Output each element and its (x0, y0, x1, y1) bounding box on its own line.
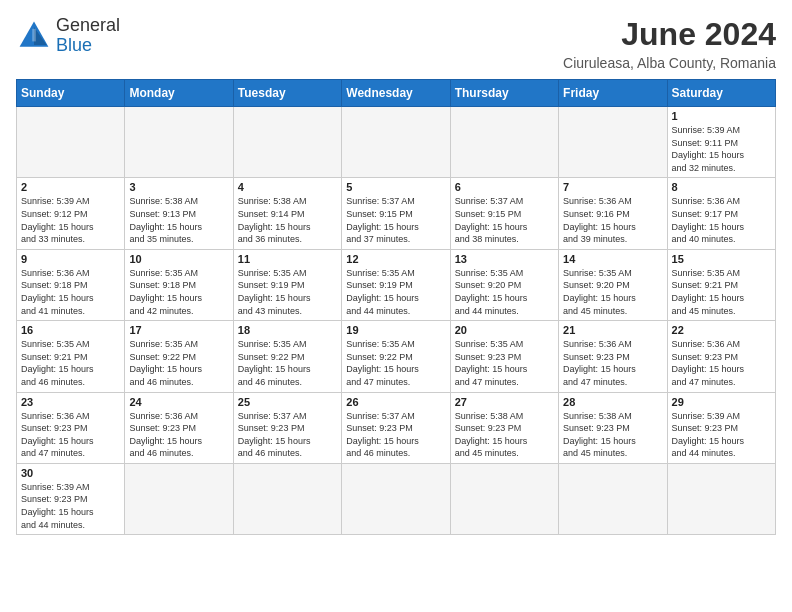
cell-sun-info: Sunrise: 5:35 AM Sunset: 9:19 PM Dayligh… (346, 267, 445, 317)
calendar-body: 1Sunrise: 5:39 AM Sunset: 9:11 PM Daylig… (17, 107, 776, 535)
day-header-monday: Monday (125, 80, 233, 107)
cell-day-number: 21 (563, 324, 662, 336)
cell-sun-info: Sunrise: 5:36 AM Sunset: 9:23 PM Dayligh… (672, 338, 771, 388)
cell-sun-info: Sunrise: 5:39 AM Sunset: 9:12 PM Dayligh… (21, 195, 120, 245)
calendar-title: June 2024 (563, 16, 776, 53)
calendar-subtitle: Ciuruleasa, Alba County, Romania (563, 55, 776, 71)
cell-sun-info: Sunrise: 5:36 AM Sunset: 9:18 PM Dayligh… (21, 267, 120, 317)
calendar-cell: 4Sunrise: 5:38 AM Sunset: 9:14 PM Daylig… (233, 178, 341, 249)
cell-sun-info: Sunrise: 5:36 AM Sunset: 9:16 PM Dayligh… (563, 195, 662, 245)
calendar-cell: 13Sunrise: 5:35 AM Sunset: 9:20 PM Dayli… (450, 249, 558, 320)
day-header-wednesday: Wednesday (342, 80, 450, 107)
calendar-cell: 16Sunrise: 5:35 AM Sunset: 9:21 PM Dayli… (17, 321, 125, 392)
calendar-week-1: 1Sunrise: 5:39 AM Sunset: 9:11 PM Daylig… (17, 107, 776, 178)
calendar-cell (125, 107, 233, 178)
calendar-week-5: 23Sunrise: 5:36 AM Sunset: 9:23 PM Dayli… (17, 392, 776, 463)
calendar-week-3: 9Sunrise: 5:36 AM Sunset: 9:18 PM Daylig… (17, 249, 776, 320)
calendar-cell: 10Sunrise: 5:35 AM Sunset: 9:18 PM Dayli… (125, 249, 233, 320)
day-header-saturday: Saturday (667, 80, 775, 107)
cell-sun-info: Sunrise: 5:35 AM Sunset: 9:20 PM Dayligh… (563, 267, 662, 317)
cell-sun-info: Sunrise: 5:36 AM Sunset: 9:23 PM Dayligh… (21, 410, 120, 460)
header: General Blue June 2024 Ciuruleasa, Alba … (16, 16, 776, 71)
calendar-cell (559, 463, 667, 534)
calendar-cell: 20Sunrise: 5:35 AM Sunset: 9:23 PM Dayli… (450, 321, 558, 392)
calendar-cell: 1Sunrise: 5:39 AM Sunset: 9:11 PM Daylig… (667, 107, 775, 178)
calendar-week-2: 2Sunrise: 5:39 AM Sunset: 9:12 PM Daylig… (17, 178, 776, 249)
cell-day-number: 12 (346, 253, 445, 265)
cell-sun-info: Sunrise: 5:35 AM Sunset: 9:21 PM Dayligh… (21, 338, 120, 388)
day-header-sunday: Sunday (17, 80, 125, 107)
cell-day-number: 30 (21, 467, 120, 479)
logo-general: General (56, 16, 120, 36)
cell-day-number: 25 (238, 396, 337, 408)
day-header-friday: Friday (559, 80, 667, 107)
cell-day-number: 17 (129, 324, 228, 336)
calendar-cell: 2Sunrise: 5:39 AM Sunset: 9:12 PM Daylig… (17, 178, 125, 249)
cell-day-number: 8 (672, 181, 771, 193)
cell-sun-info: Sunrise: 5:38 AM Sunset: 9:13 PM Dayligh… (129, 195, 228, 245)
calendar-cell: 5Sunrise: 5:37 AM Sunset: 9:15 PM Daylig… (342, 178, 450, 249)
calendar-cell (125, 463, 233, 534)
cell-day-number: 9 (21, 253, 120, 265)
cell-sun-info: Sunrise: 5:35 AM Sunset: 9:22 PM Dayligh… (238, 338, 337, 388)
cell-day-number: 6 (455, 181, 554, 193)
calendar-cell: 25Sunrise: 5:37 AM Sunset: 9:23 PM Dayli… (233, 392, 341, 463)
cell-day-number: 7 (563, 181, 662, 193)
cell-sun-info: Sunrise: 5:37 AM Sunset: 9:15 PM Dayligh… (346, 195, 445, 245)
day-header-thursday: Thursday (450, 80, 558, 107)
cell-sun-info: Sunrise: 5:36 AM Sunset: 9:23 PM Dayligh… (563, 338, 662, 388)
logo-blue: Blue (56, 36, 120, 56)
cell-sun-info: Sunrise: 5:37 AM Sunset: 9:15 PM Dayligh… (455, 195, 554, 245)
calendar-cell (450, 107, 558, 178)
cell-day-number: 1 (672, 110, 771, 122)
calendar-cell: 6Sunrise: 5:37 AM Sunset: 9:15 PM Daylig… (450, 178, 558, 249)
cell-day-number: 23 (21, 396, 120, 408)
cell-sun-info: Sunrise: 5:38 AM Sunset: 9:23 PM Dayligh… (563, 410, 662, 460)
day-header-tuesday: Tuesday (233, 80, 341, 107)
cell-day-number: 19 (346, 324, 445, 336)
cell-day-number: 27 (455, 396, 554, 408)
cell-sun-info: Sunrise: 5:37 AM Sunset: 9:23 PM Dayligh… (238, 410, 337, 460)
cell-day-number: 22 (672, 324, 771, 336)
cell-day-number: 20 (455, 324, 554, 336)
cell-sun-info: Sunrise: 5:35 AM Sunset: 9:23 PM Dayligh… (455, 338, 554, 388)
calendar-cell: 26Sunrise: 5:37 AM Sunset: 9:23 PM Dayli… (342, 392, 450, 463)
cell-sun-info: Sunrise: 5:35 AM Sunset: 9:19 PM Dayligh… (238, 267, 337, 317)
calendar-cell: 11Sunrise: 5:35 AM Sunset: 9:19 PM Dayli… (233, 249, 341, 320)
calendar-cell: 14Sunrise: 5:35 AM Sunset: 9:20 PM Dayli… (559, 249, 667, 320)
cell-day-number: 26 (346, 396, 445, 408)
cell-day-number: 16 (21, 324, 120, 336)
cell-day-number: 18 (238, 324, 337, 336)
calendar-cell (667, 463, 775, 534)
cell-sun-info: Sunrise: 5:36 AM Sunset: 9:17 PM Dayligh… (672, 195, 771, 245)
logo-text: General Blue (56, 16, 120, 56)
calendar-cell (342, 107, 450, 178)
cell-day-number: 15 (672, 253, 771, 265)
cell-day-number: 13 (455, 253, 554, 265)
calendar-cell: 7Sunrise: 5:36 AM Sunset: 9:16 PM Daylig… (559, 178, 667, 249)
calendar-cell: 28Sunrise: 5:38 AM Sunset: 9:23 PM Dayli… (559, 392, 667, 463)
cell-sun-info: Sunrise: 5:35 AM Sunset: 9:20 PM Dayligh… (455, 267, 554, 317)
cell-day-number: 11 (238, 253, 337, 265)
cell-day-number: 5 (346, 181, 445, 193)
cell-day-number: 10 (129, 253, 228, 265)
calendar-cell: 19Sunrise: 5:35 AM Sunset: 9:22 PM Dayli… (342, 321, 450, 392)
cell-sun-info: Sunrise: 5:35 AM Sunset: 9:22 PM Dayligh… (129, 338, 228, 388)
calendar-cell: 3Sunrise: 5:38 AM Sunset: 9:13 PM Daylig… (125, 178, 233, 249)
calendar-cell (17, 107, 125, 178)
cell-sun-info: Sunrise: 5:37 AM Sunset: 9:23 PM Dayligh… (346, 410, 445, 460)
cell-day-number: 24 (129, 396, 228, 408)
cell-sun-info: Sunrise: 5:39 AM Sunset: 9:23 PM Dayligh… (21, 481, 120, 531)
calendar-week-4: 16Sunrise: 5:35 AM Sunset: 9:21 PM Dayli… (17, 321, 776, 392)
calendar-cell: 15Sunrise: 5:35 AM Sunset: 9:21 PM Dayli… (667, 249, 775, 320)
svg-marker-1 (34, 27, 47, 45)
calendar-header: SundayMondayTuesdayWednesdayThursdayFrid… (17, 80, 776, 107)
cell-day-number: 14 (563, 253, 662, 265)
cell-day-number: 28 (563, 396, 662, 408)
cell-sun-info: Sunrise: 5:39 AM Sunset: 9:11 PM Dayligh… (672, 124, 771, 174)
title-block: June 2024 Ciuruleasa, Alba County, Roman… (563, 16, 776, 71)
cell-sun-info: Sunrise: 5:38 AM Sunset: 9:14 PM Dayligh… (238, 195, 337, 245)
logo-icon (16, 18, 52, 54)
calendar-cell: 18Sunrise: 5:35 AM Sunset: 9:22 PM Dayli… (233, 321, 341, 392)
calendar-cell: 29Sunrise: 5:39 AM Sunset: 9:23 PM Dayli… (667, 392, 775, 463)
